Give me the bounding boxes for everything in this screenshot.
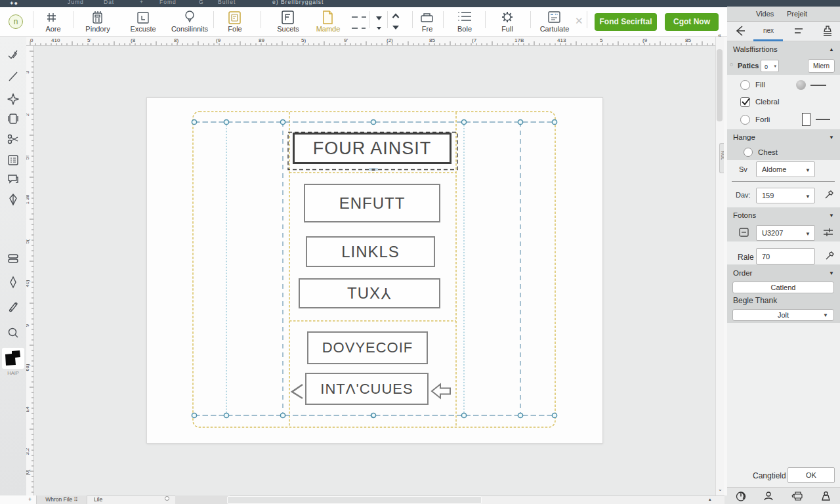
- svg-text:(0(: (0(: [26, 469, 30, 476]
- svg-text:85: 85: [429, 37, 435, 43]
- svg-text:410: 410: [51, 37, 60, 43]
- svg-text:(2): (2): [387, 37, 393, 43]
- svg-text:17B: 17B: [514, 37, 524, 43]
- svg-text:3: 3: [26, 71, 30, 74]
- svg-text:5): 5): [301, 37, 306, 43]
- svg-text:(8: (8: [131, 37, 136, 43]
- svg-text:2: 2: [26, 114, 30, 116]
- svg-text:E4: E4: [26, 406, 30, 412]
- svg-text:(9: (9: [642, 37, 648, 43]
- svg-text:413: 413: [557, 37, 566, 43]
- svg-text:1 38: 1 38: [26, 195, 30, 205]
- svg-text:8): 8): [174, 37, 178, 43]
- svg-text:5: 5: [600, 37, 603, 43]
- svg-text:6a): 6a): [26, 364, 30, 371]
- svg-text:5’: 5’: [87, 37, 91, 43]
- svg-text:89: 89: [259, 37, 264, 43]
- svg-text:5!: 5!: [26, 156, 30, 159]
- svg-text:3,2: 3,2: [26, 448, 30, 455]
- svg-text:5(: 5(: [26, 239, 30, 243]
- svg-text:9’: 9’: [344, 37, 348, 43]
- svg-text:40): 40): [26, 280, 30, 287]
- svg-text:0: 0: [30, 37, 33, 43]
- svg-text:(9: (9: [216, 37, 221, 43]
- svg-text:(7: (7: [472, 37, 477, 43]
- svg-text:85: 85: [685, 37, 691, 43]
- svg-text:9: 9: [26, 324, 30, 327]
